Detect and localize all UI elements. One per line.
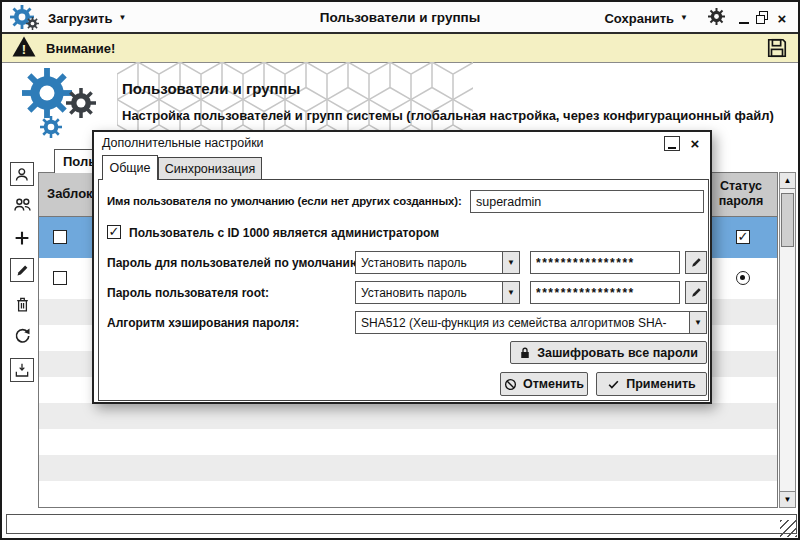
advanced-settings-dialog: Дополнительные настройки × Общие Синхрон… <box>92 130 712 404</box>
apply-button[interactable]: Применить <box>596 372 707 396</box>
groups-button[interactable] <box>10 192 34 216</box>
check-icon: ✓ <box>108 226 120 238</box>
resize-grip[interactable] <box>780 520 797 537</box>
pencil-icon <box>690 256 703 269</box>
column-header-blocked: Заблок <box>47 186 93 201</box>
add-user-button[interactable] <box>10 162 34 186</box>
root-password-edit-button[interactable] <box>685 281 707 304</box>
dialog-title: Дополнительные настройки <box>102 136 264 150</box>
medium-gear-icon <box>66 88 96 122</box>
window-minimize-button[interactable] <box>736 9 752 27</box>
table-row[interactable] <box>39 403 777 429</box>
pencil-icon <box>690 286 703 299</box>
window-maximize-button[interactable] <box>754 9 770 27</box>
chevron-down-icon: ▼ <box>689 312 706 333</box>
window-close-button[interactable]: × <box>774 9 790 27</box>
hash-algorithm-select[interactable]: SHA512 (Хеш-функция из семейства алгорит… <box>355 311 707 334</box>
radio-dot <box>740 275 745 280</box>
dialog-tab-sync[interactable]: Синхронизация <box>158 157 262 180</box>
table-row[interactable] <box>39 455 777 481</box>
column-header-password-status: Статус пароля <box>706 179 776 209</box>
load-menu-label: Загрузить <box>48 11 112 26</box>
scroll-down-button[interactable]: ▼ <box>780 491 795 507</box>
default-username-label: Имя пользователя по умолчанию (если нет … <box>107 195 462 207</box>
row-password-status-checkbox[interactable]: ✓ <box>736 230 750 244</box>
plus-icon <box>13 229 31 247</box>
row-password-status-radio[interactable] <box>736 271 750 285</box>
dialog-minimize-button[interactable] <box>664 136 680 151</box>
status-bar <box>6 514 797 534</box>
page-title: Пользователи и группы <box>122 80 300 97</box>
big-gear-icon <box>22 68 72 122</box>
download-icon <box>14 362 30 378</box>
hash-algorithm-label: Алгоритм хэширования пароля: <box>107 316 299 330</box>
pencil-icon <box>15 263 30 278</box>
refresh-icon <box>13 327 31 345</box>
check-icon: ✓ <box>737 231 749 243</box>
svg-text:!: ! <box>22 41 26 56</box>
default-password-mode-select[interactable]: Установить пароль ▼ <box>355 251 520 274</box>
chevron-down-icon: ▼ <box>680 14 688 22</box>
root-password-input[interactable] <box>530 281 680 304</box>
root-password-mode-select[interactable]: Установить пароль ▼ <box>355 281 520 304</box>
default-password-edit-button[interactable] <box>685 251 707 274</box>
default-password-mode-value: Установить пароль <box>356 252 502 273</box>
app-window: Загрузить ▼ Пользователи и группы Сохран… <box>0 0 800 540</box>
admin-id1000-label: Пользователь с ID 1000 является админист… <box>129 226 439 240</box>
save-menu-label: Сохранить <box>604 11 674 26</box>
root-password-mode-value: Установить пароль <box>356 282 502 303</box>
group-icon <box>13 195 32 214</box>
vertical-scrollbar[interactable]: ▲ ▼ <box>779 172 796 508</box>
scrollbar-thumb[interactable] <box>781 193 794 247</box>
dialog-tab-general[interactable]: Общие <box>102 155 158 180</box>
scroll-up-button[interactable]: ▲ <box>780 173 795 189</box>
cancel-icon <box>504 378 517 391</box>
check-icon <box>607 378 620 391</box>
warning-icon: ! <box>12 36 36 61</box>
row-blocked-checkbox[interactable] <box>53 230 67 244</box>
encrypt-all-passwords-label: Зашифровать все пароли <box>537 346 698 360</box>
save-menu-button[interactable]: Сохранить ▼ <box>604 7 688 29</box>
refresh-button[interactable] <box>10 324 34 348</box>
trash-icon <box>14 296 31 313</box>
save-to-file-button[interactable] <box>766 37 788 59</box>
user-icon <box>14 166 31 183</box>
root-password-label: Пароль пользователя root: <box>107 286 269 300</box>
add-button[interactable] <box>10 226 34 250</box>
titlebar: Загрузить ▼ Пользователи и группы Сохран… <box>2 2 798 34</box>
import-button[interactable] <box>10 358 34 382</box>
edit-button[interactable] <box>10 258 34 282</box>
delete-button[interactable] <box>10 292 34 316</box>
dialog-tab-sync-label: Синхронизация <box>165 162 256 176</box>
warning-bar: ! Внимание! <box>2 34 798 63</box>
default-password-input[interactable] <box>530 251 680 274</box>
dialog-close-button[interactable]: × <box>687 134 703 152</box>
load-menu-button[interactable]: Загрузить ▼ <box>48 7 126 29</box>
page-subtitle: Настройка пользователей и групп системы … <box>122 108 774 123</box>
app-logo-small-gear-icon <box>26 16 39 34</box>
default-username-input[interactable] <box>470 190 704 213</box>
apply-label: Применить <box>626 377 696 391</box>
admin-id1000-checkbox[interactable]: ✓ <box>107 225 121 239</box>
default-password-label: Пароль для пользователей по умолчанию: <box>107 256 364 270</box>
table-row[interactable] <box>39 481 777 507</box>
hexagon-pattern <box>117 62 473 138</box>
warning-text: Внимание! <box>46 41 115 56</box>
settings-gear-button[interactable] <box>708 8 724 26</box>
cancel-button[interactable]: Отменить <box>500 372 588 396</box>
row-blocked-checkbox[interactable] <box>53 271 67 285</box>
table-row[interactable] <box>39 429 777 455</box>
lock-icon <box>519 346 531 360</box>
chevron-down-icon: ▼ <box>118 14 126 22</box>
dialog-body: Имя пользователя по умолчанию (если нет … <box>98 179 709 401</box>
chevron-down-icon: ▼ <box>502 252 519 273</box>
small-gear-icon <box>40 116 62 142</box>
cancel-label: Отменить <box>523 377 584 391</box>
hash-algorithm-value: SHA512 (Хеш-функция из семейства алгорит… <box>356 312 689 333</box>
dialog-tab-general-label: Общие <box>109 161 150 175</box>
encrypt-all-passwords-button[interactable]: Зашифровать все пароли <box>510 341 707 364</box>
chevron-down-icon: ▼ <box>502 282 519 303</box>
